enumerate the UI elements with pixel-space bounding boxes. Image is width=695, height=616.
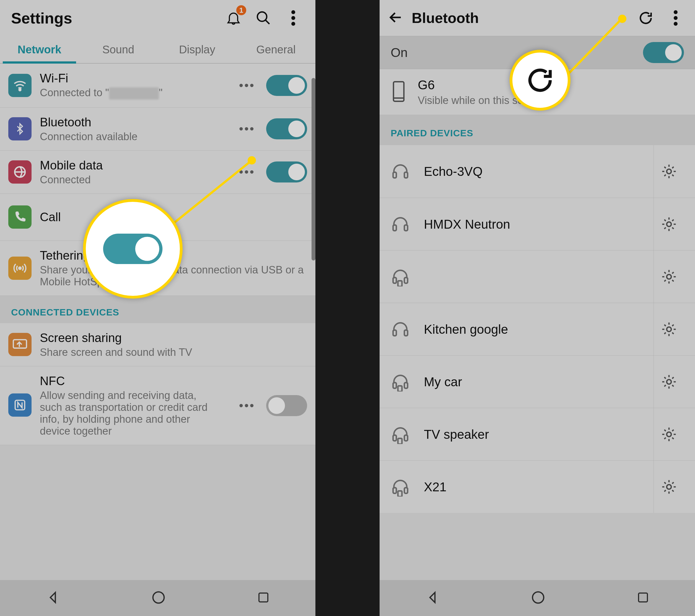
screen-sharing-icon	[8, 333, 32, 356]
phone-icon	[391, 81, 407, 104]
paired-device-row[interactable]: HMDX Neutron	[379, 198, 695, 250]
wifi-icon	[8, 74, 32, 97]
svg-rect-34	[393, 435, 396, 440]
svg-rect-27	[393, 330, 396, 335]
svg-rect-30	[393, 382, 396, 388]
svg-point-6	[19, 267, 21, 269]
svg-point-37	[666, 432, 671, 437]
paired-device-row[interactable]: Kitchen google	[379, 303, 695, 355]
mobile-toggle[interactable]	[266, 161, 307, 182]
wifi-sub: Connected to ""	[40, 87, 231, 100]
svg-point-3	[291, 22, 295, 26]
tab-network[interactable]: Network	[0, 36, 79, 63]
mobile-sub: Connected	[40, 174, 231, 186]
wifi-toggle[interactable]	[266, 75, 307, 96]
svg-rect-35	[405, 435, 408, 440]
highlight-bubble-refresh	[510, 50, 571, 110]
highlight-dot	[248, 156, 256, 164]
device-settings-button[interactable]	[654, 461, 684, 513]
nav-recent-icon[interactable]	[257, 591, 270, 605]
search-icon[interactable]	[252, 7, 274, 29]
nav-home-icon[interactable]	[531, 590, 546, 606]
on-label: On	[391, 45, 643, 60]
bluetooth-header: Bluetooth	[379, 0, 695, 36]
settings-header: Settings 1	[0, 0, 316, 36]
nav-bar	[379, 580, 695, 616]
paired-device-row[interactable]: Echo-3VQ	[379, 145, 695, 198]
paired-device-name: My car	[424, 374, 654, 389]
device-settings-button[interactable]	[654, 198, 684, 250]
bluetooth-sub: Connection available	[40, 131, 231, 143]
tab-display[interactable]: Display	[158, 36, 237, 63]
paired-device-row[interactable]: My car	[379, 355, 695, 408]
row-bluetooth[interactable]: Bluetooth Connection available •••	[0, 108, 316, 151]
headphones-icon	[391, 320, 410, 339]
svg-point-2	[291, 16, 295, 20]
paired-device-row[interactable]	[379, 250, 695, 303]
scrollbar[interactable]	[311, 78, 316, 261]
screen-sub: Share screen and sound with TV	[40, 347, 307, 358]
tab-general[interactable]: General	[237, 36, 316, 63]
nfc-toggle[interactable]	[266, 395, 307, 416]
nfc-icon	[8, 393, 32, 417]
svg-rect-21	[405, 225, 408, 230]
bluetooth-toggle[interactable]	[266, 118, 307, 139]
svg-rect-38	[393, 488, 396, 493]
section-connected-devices: CONNECTED DEVICES	[0, 296, 316, 323]
device-settings-button[interactable]	[654, 355, 684, 408]
wifi-more-icon[interactable]: •••	[239, 78, 255, 92]
mobile-more-icon[interactable]: •••	[239, 165, 255, 179]
device-settings-button[interactable]	[654, 250, 684, 303]
section-paired-devices: PAIRED DEVICES	[379, 115, 695, 145]
nav-home-icon[interactable]	[151, 590, 166, 606]
svg-rect-20	[393, 225, 396, 230]
nav-back-icon[interactable]	[45, 590, 60, 606]
refresh-icon[interactable]	[635, 7, 657, 29]
paired-device-row[interactable]: TV speaker	[379, 408, 695, 460]
paired-device-name: Kitchen google	[424, 322, 654, 337]
tethering-icon	[8, 257, 32, 280]
nfc-sub: Allow sending and receiving data, such a…	[40, 390, 211, 437]
overflow-menu-icon[interactable]	[664, 7, 687, 29]
paired-device-row[interactable]: X21	[379, 460, 695, 513]
overflow-menu-icon[interactable]	[282, 7, 304, 29]
svg-point-26	[666, 274, 671, 279]
row-nfc[interactable]: NFC Allow sending and receiving data, su…	[0, 366, 316, 445]
svg-point-9	[153, 592, 164, 603]
mobile-title: Mobile data	[40, 158, 231, 172]
nfc-title: NFC	[40, 374, 231, 388]
svg-rect-39	[405, 488, 408, 493]
svg-rect-23	[393, 277, 396, 283]
bluetooth-more-icon[interactable]: •••	[239, 122, 255, 136]
svg-rect-32	[398, 386, 402, 391]
screen-title: Screen sharing	[40, 331, 307, 345]
back-icon[interactable]	[388, 10, 403, 26]
device-settings-button[interactable]	[654, 145, 684, 198]
headset-mobile-icon	[391, 425, 410, 444]
nav-back-icon[interactable]	[425, 590, 440, 606]
row-mobile-data[interactable]: Mobile data Connected •••	[0, 151, 316, 194]
svg-rect-43	[639, 593, 647, 602]
device-settings-button[interactable]	[654, 408, 684, 460]
notifications-icon[interactable]: 1	[222, 7, 244, 29]
row-wifi[interactable]: Wi-Fi Connected to "" •••	[0, 64, 316, 108]
page-title: Settings	[11, 9, 215, 27]
svg-rect-17	[393, 172, 396, 178]
svg-point-1	[291, 10, 295, 14]
nav-recent-icon[interactable]	[636, 591, 650, 605]
svg-point-42	[532, 592, 544, 603]
svg-rect-24	[405, 277, 408, 283]
bluetooth-master-toggle[interactable]	[643, 42, 684, 63]
paired-device-name: Echo-3VQ	[424, 164, 654, 179]
bluetooth-icon	[8, 117, 32, 140]
headset-mobile-icon	[391, 477, 410, 496]
device-settings-button[interactable]	[654, 303, 684, 355]
tab-sound[interactable]: Sound	[79, 36, 158, 63]
svg-rect-36	[398, 438, 402, 444]
nfc-more-icon[interactable]: •••	[239, 399, 255, 412]
svg-point-33	[666, 379, 671, 384]
wifi-ssid-redacted	[109, 87, 159, 100]
paired-device-name: HMDX Neutron	[424, 217, 654, 232]
row-screen-sharing[interactable]: Screen sharing Share screen and sound wi…	[0, 323, 316, 366]
svg-rect-40	[398, 491, 402, 496]
